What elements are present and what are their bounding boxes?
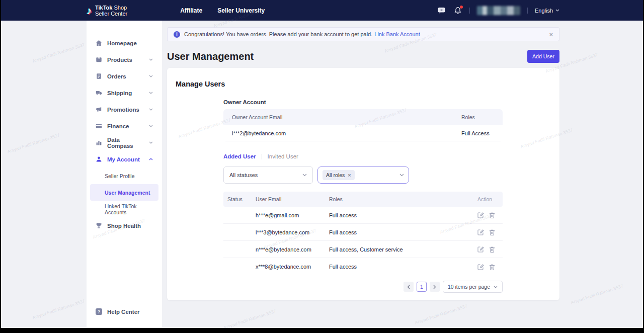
all-roles-chip: All roles × bbox=[323, 170, 355, 180]
items-per-page-select[interactable]: 10 items per page bbox=[443, 281, 503, 293]
close-icon[interactable]: × bbox=[549, 31, 553, 38]
chevron-down-icon bbox=[149, 58, 153, 61]
logo-text: TikTok Shop Seller Center bbox=[95, 5, 127, 17]
owner-table-header: Owner Account Email Roles bbox=[223, 109, 503, 125]
sidebar-item-promotions[interactable]: Promotions bbox=[90, 101, 158, 118]
app-window: ♪ TikTok Shop Seller Center Affiliate Se… bbox=[1, 0, 643, 328]
card-title: Manage Users bbox=[167, 68, 559, 88]
sidebar-item-orders[interactable]: Orders bbox=[90, 68, 158, 85]
user-email: x***8@bytedance.com bbox=[256, 264, 329, 270]
sidebar-subitem-linked-tiktok-accounts[interactable]: Linked TikTok Accounts bbox=[90, 201, 158, 217]
user-email: h***e@gmail.com bbox=[256, 212, 329, 218]
products-box-icon bbox=[96, 56, 102, 63]
sidebar-subitem-seller-profile[interactable]: Seller Profile bbox=[90, 168, 158, 184]
nav-link-affiliate[interactable]: Affiliate bbox=[180, 7, 202, 14]
chevron-down-icon bbox=[149, 108, 153, 111]
account-avatar[interactable] bbox=[477, 6, 520, 15]
top-navbar: ♪ TikTok Shop Seller Center Affiliate Se… bbox=[1, 0, 643, 21]
page-title: User Management bbox=[167, 51, 254, 62]
owner-email: l***2@bytedance.com bbox=[223, 130, 461, 136]
trophy-icon bbox=[96, 222, 102, 229]
navbar-right: English bbox=[437, 6, 559, 15]
notification-dot bbox=[460, 6, 463, 9]
table-row: l***3@bytedance.com Full access bbox=[223, 224, 503, 241]
pagination: 1 10 items per page bbox=[223, 281, 503, 293]
promotions-megaphone-icon bbox=[96, 106, 102, 113]
page-header: User Management Add User bbox=[167, 50, 559, 63]
user-roles: Full access bbox=[329, 212, 477, 218]
owner-account-label: Owner Account bbox=[223, 99, 503, 105]
edit-icon[interactable] bbox=[477, 212, 484, 218]
messages-icon[interactable] bbox=[437, 6, 446, 15]
edit-icon[interactable] bbox=[477, 229, 484, 235]
delete-icon[interactable] bbox=[489, 229, 495, 235]
person-icon bbox=[96, 156, 102, 162]
manage-users-card: Manage Users Owner Account Owner Account… bbox=[167, 68, 559, 300]
chevron-down-icon bbox=[149, 141, 153, 144]
delete-icon[interactable] bbox=[489, 246, 495, 253]
sidebar-item-shipping[interactable]: Shipping bbox=[90, 85, 158, 101]
next-page-button[interactable] bbox=[430, 282, 440, 292]
chevron-down-icon bbox=[494, 286, 498, 288]
info-icon: i bbox=[174, 31, 180, 38]
tab-invited-user[interactable]: Invited User bbox=[268, 153, 298, 159]
current-page[interactable]: 1 bbox=[417, 282, 427, 292]
tiktok-shop-logo[interactable]: ♪ TikTok Shop Seller Center bbox=[87, 5, 127, 17]
chevron-down-icon bbox=[149, 125, 153, 127]
main-panel: i Congratulations! You have orders. Plea… bbox=[167, 21, 559, 300]
bank-account-banner: i Congratulations! You have orders. Plea… bbox=[167, 27, 559, 41]
user-email: n***e@bytedance.com bbox=[256, 246, 329, 253]
chevron-down-icon bbox=[149, 75, 153, 77]
users-table: Status User Email Roles Action h***e@gma… bbox=[223, 192, 503, 275]
filters-row: All statuses All roles × bbox=[223, 166, 503, 184]
delete-icon[interactable] bbox=[489, 212, 495, 218]
table-row: x***8@bytedance.com Full access bbox=[223, 258, 503, 275]
user-roles: Full access bbox=[329, 264, 477, 270]
delete-icon[interactable] bbox=[489, 264, 495, 270]
navbar-divider bbox=[469, 8, 470, 14]
sidebar-subitem-user-management[interactable]: User Management bbox=[90, 184, 158, 201]
tab-divider bbox=[262, 154, 262, 159]
chevron-down-icon bbox=[555, 9, 559, 12]
chevron-down-icon bbox=[302, 174, 307, 177]
add-user-button[interactable]: Add User bbox=[527, 50, 559, 63]
owner-table-row: l***2@bytedance.com Full Access bbox=[223, 125, 503, 141]
users-table-header: Status User Email Roles Action bbox=[223, 192, 503, 207]
roles-filter-select[interactable]: All roles × bbox=[317, 166, 409, 184]
user-email: l***3@bytedance.com bbox=[256, 229, 329, 235]
tab-added-user[interactable]: Added User bbox=[223, 153, 256, 159]
sidebar-item-help-center[interactable]: ? Help Center bbox=[90, 303, 158, 320]
user-tabs: Added User Invited User bbox=[223, 153, 503, 159]
user-roles: Full access, Customer service bbox=[329, 246, 477, 253]
bar-chart-icon bbox=[96, 139, 102, 146]
sidebar-item-data-compass[interactable]: Data Compass bbox=[90, 134, 158, 151]
sidebar-item-shop-health[interactable]: Shop Health bbox=[90, 217, 158, 234]
edit-icon[interactable] bbox=[477, 264, 484, 270]
status-filter-select[interactable]: All statuses bbox=[223, 166, 313, 184]
owner-account-table: Owner Account Email Roles l***2@bytedanc… bbox=[223, 109, 503, 141]
sidebar-item-finance[interactable]: Finance bbox=[90, 118, 158, 134]
nav-links: Affiliate Seller University bbox=[180, 7, 265, 14]
edit-icon[interactable] bbox=[477, 246, 484, 253]
sidebar: Homepage Products Orders Shipping bbox=[87, 21, 162, 328]
orders-document-icon bbox=[96, 73, 102, 79]
chevron-down-icon bbox=[149, 92, 153, 94]
nav-link-seller-university[interactable]: Seller University bbox=[217, 7, 265, 14]
link-bank-account-link[interactable]: Link Bank Account bbox=[374, 31, 420, 37]
help-icon: ? bbox=[96, 308, 102, 315]
chevron-down-icon bbox=[399, 174, 404, 177]
owner-roles: Full Access bbox=[461, 130, 503, 136]
sidebar-item-products[interactable]: Products bbox=[90, 51, 158, 68]
banner-text: Congratulations! You have orders. Please… bbox=[184, 31, 372, 37]
user-roles: Full access bbox=[329, 229, 477, 235]
sidebar-item-homepage[interactable]: Homepage bbox=[90, 35, 158, 51]
content-area: Homepage Products Orders Shipping bbox=[1, 21, 643, 328]
previous-page-button[interactable] bbox=[404, 282, 414, 292]
remove-chip-icon[interactable]: × bbox=[348, 173, 351, 178]
notifications-bell-icon[interactable] bbox=[453, 6, 462, 15]
sidebar-item-my-account[interactable]: My Account bbox=[90, 151, 158, 168]
chevron-up-icon bbox=[149, 158, 153, 160]
home-icon bbox=[96, 40, 102, 46]
table-row: n***e@bytedance.com Full access, Custome… bbox=[223, 241, 503, 258]
language-selector[interactable]: English bbox=[535, 8, 559, 14]
